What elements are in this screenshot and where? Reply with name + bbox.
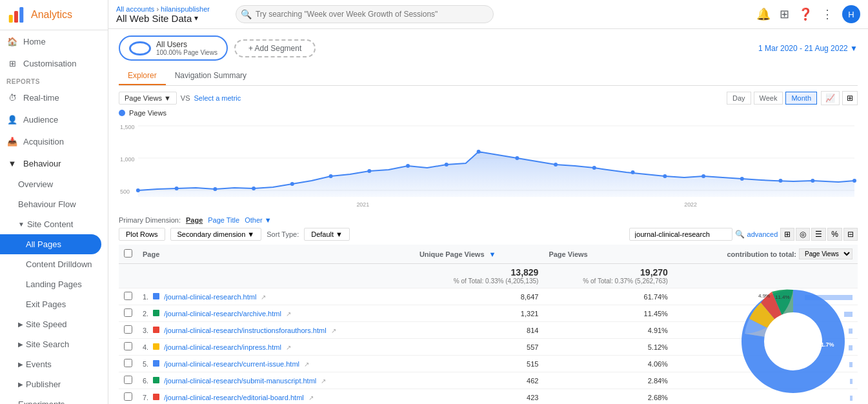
sidebar-item-label: Home xyxy=(23,37,46,46)
sidebar-item-events[interactable]: ▶ Events xyxy=(0,354,108,374)
breadcrumb: All accounts › hilanispublisher xyxy=(116,5,210,13)
table-cell-unique-views: 462 xyxy=(414,372,544,389)
metric-selector[interactable]: Page Views ▼ xyxy=(119,92,177,105)
sidebar-item-label: Exit Pages xyxy=(26,299,66,309)
sidebar-item-landing-pages[interactable]: Landing Pages xyxy=(0,274,108,294)
row-checkbox[interactable] xyxy=(124,308,132,317)
avatar[interactable]: H xyxy=(842,5,860,23)
period-day-button[interactable]: Day xyxy=(727,92,751,105)
plot-rows-button[interactable]: Plot Rows xyxy=(119,228,165,241)
row-checkbox[interactable] xyxy=(124,359,132,367)
period-month-button[interactable]: Month xyxy=(785,92,817,105)
svg-point-14 xyxy=(252,187,256,190)
grid-icon[interactable]: ⊞ xyxy=(780,7,789,21)
external-link-icon[interactable]: ↗ xyxy=(304,361,309,368)
secondary-dimension-button[interactable]: Secondary dimension ▼ xyxy=(170,228,262,241)
expand-icon: ▶ xyxy=(18,321,23,328)
all-users-segment[interactable]: All Users 100.00% Page Views xyxy=(119,35,228,61)
table-view-button[interactable]: ⊟ xyxy=(843,228,858,241)
external-link-icon[interactable]: ↗ xyxy=(261,294,266,301)
notification-icon[interactable]: 🔔 xyxy=(756,7,771,21)
search-input[interactable] xyxy=(236,5,494,23)
sidebar-item-behaviour-flow[interactable]: Behaviour Flow xyxy=(0,194,108,214)
sidebar-item-site-search[interactable]: ▶ Site Search xyxy=(0,334,108,354)
customisation-icon: ⊞ xyxy=(6,57,18,69)
tab-explorer[interactable]: Explorer xyxy=(119,67,166,85)
row-checkbox[interactable] xyxy=(124,325,132,334)
period-week-button[interactable]: Week xyxy=(754,92,783,105)
table-cell-pct: 4.91% xyxy=(543,322,673,339)
select-all-checkbox[interactable] xyxy=(124,249,132,258)
line-chart-button[interactable]: 📈 xyxy=(821,91,840,105)
svg-point-11 xyxy=(136,188,140,192)
sort-type-button[interactable]: Default ▼ xyxy=(304,228,350,241)
sidebar: Analytics 🏠 Home ⊞ Customisation REPORTS… xyxy=(0,0,108,404)
external-link-icon[interactable]: ↗ xyxy=(331,327,336,334)
sort-type-label: Sort Type: xyxy=(267,230,299,238)
sidebar-item-exit-pages[interactable]: Exit Pages xyxy=(0,294,108,314)
row-checkbox[interactable] xyxy=(124,342,132,350)
sidebar-item-label: Acquisition xyxy=(23,137,64,146)
sidebar-item-realtime[interactable]: ⏱ Real-time xyxy=(0,86,108,108)
sidebar-item-all-pages[interactable]: All Pages xyxy=(0,234,101,254)
grid-view-button[interactable]: ⊞ xyxy=(780,228,794,241)
breadcrumb-all-accounts[interactable]: All accounts xyxy=(116,5,154,13)
external-link-icon[interactable]: ↗ xyxy=(286,310,291,318)
sidebar-item-experiments[interactable]: Experiments xyxy=(0,394,108,404)
sidebar-item-site-speed[interactable]: ▶ Site Speed xyxy=(0,314,108,334)
page-link[interactable]: /journal-clinical-research/submit-manusc… xyxy=(164,377,316,385)
tab-navigation-summary[interactable]: Navigation Summary xyxy=(166,67,256,85)
select-metric-link[interactable]: Select a metric xyxy=(194,94,241,102)
breadcrumb-publisher[interactable]: hilanispublisher xyxy=(161,5,210,13)
row-checkbox[interactable] xyxy=(124,376,132,384)
list-view-button[interactable]: ☰ xyxy=(811,228,826,241)
row-checkbox[interactable] xyxy=(124,292,132,300)
table-search-input[interactable] xyxy=(629,228,732,241)
color-indicator xyxy=(153,343,159,350)
page-link[interactable]: /journal-clinical-research/current-issue… xyxy=(164,360,299,368)
external-link-icon[interactable]: ↗ xyxy=(308,394,314,401)
external-link-icon[interactable]: ↗ xyxy=(286,344,291,351)
chart-legend: Page Views xyxy=(119,109,858,117)
table-cell-unique-views: 814 xyxy=(414,322,544,339)
dim-other-link[interactable]: Other ▼ xyxy=(245,216,271,224)
content-area: All Users 100.00% Page Views + Add Segme… xyxy=(108,29,868,404)
page-link[interactable]: /journal-clinical-research/inpress.html xyxy=(164,343,281,351)
help-icon[interactable]: ❓ xyxy=(798,7,812,21)
th-unique-page-views[interactable]: Unique Page Views ▼ xyxy=(414,245,544,264)
search-box: 🔍 xyxy=(236,5,494,23)
site-selector[interactable]: All Web Site Data ▾ xyxy=(116,13,216,24)
date-range-selector[interactable]: 1 Mar 2020 - 21 Aug 2022 ▼ xyxy=(758,44,858,53)
sidebar-item-overview[interactable]: Overview xyxy=(0,174,108,194)
percent-view-button[interactable]: % xyxy=(827,228,842,241)
contribution-select[interactable]: Page Views xyxy=(799,248,853,259)
svg-text:500: 500 xyxy=(120,188,130,195)
sidebar-item-audience[interactable]: 👤 Audience xyxy=(0,108,108,130)
page-link[interactable]: /journal-clinical-research.html xyxy=(164,293,256,301)
line-chart: 1,500 1,000 500 2021 2022 xyxy=(119,119,858,210)
table-search-icon[interactable]: 🔍 xyxy=(735,230,745,239)
page-link[interactable]: /journal-clinical-research/archive.html xyxy=(164,310,281,318)
advanced-link[interactable]: advanced xyxy=(747,230,778,238)
pie-view-button[interactable]: ◎ xyxy=(796,228,810,241)
page-link[interactable]: /journal-clinical-research/instructionsf… xyxy=(164,327,326,334)
sidebar-item-label: Site Speed xyxy=(26,319,67,329)
sidebar-item-behaviour[interactable]: ▼ Behaviour xyxy=(0,152,108,174)
row-checkbox[interactable] xyxy=(124,392,132,401)
sidebar-item-acquisition[interactable]: 📥 Acquisition xyxy=(0,130,108,152)
dim-page-title-link[interactable]: Page Title xyxy=(208,216,239,224)
more-icon[interactable]: ⋮ xyxy=(822,7,833,21)
sidebar-item-home[interactable]: 🏠 Home xyxy=(0,30,108,52)
external-link-icon[interactable]: ↗ xyxy=(321,378,326,385)
sidebar-item-site-content[interactable]: ▼ Site Content xyxy=(0,214,108,234)
sidebar-item-content-drilldown[interactable]: Content Drilldown xyxy=(0,254,108,274)
segment-circle xyxy=(129,41,151,56)
th-checkbox xyxy=(119,245,137,264)
sidebar-item-publisher[interactable]: ▶ Publisher xyxy=(0,374,108,394)
dim-page-link[interactable]: Page xyxy=(186,216,203,224)
bar-chart-button[interactable]: ⊞ xyxy=(842,91,858,105)
table-cell-page: 4. /journal-clinical-research/inpress.ht… xyxy=(137,339,414,356)
page-link[interactable]: /journal-clinical-research/editorial-boa… xyxy=(164,394,303,401)
sidebar-item-customisation[interactable]: ⊞ Customisation xyxy=(0,52,108,74)
add-segment-button[interactable]: + Add Segment xyxy=(234,39,316,57)
